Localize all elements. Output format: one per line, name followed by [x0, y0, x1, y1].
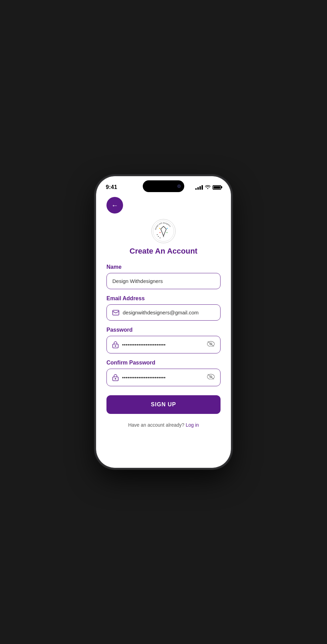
password-visibility-toggle[interactable]	[207, 341, 215, 348]
svg-rect-7	[113, 310, 119, 315]
confirm-password-input-wrapper[interactable]	[106, 369, 221, 386]
phone-frame: 9:41	[96, 176, 231, 468]
name-input-wrapper[interactable]	[106, 273, 221, 289]
svg-point-3	[160, 232, 161, 233]
email-input[interactable]	[123, 310, 215, 315]
confirm-password-input[interactable]	[122, 375, 204, 380]
svg-point-2	[167, 228, 168, 229]
svg-point-4	[167, 232, 168, 233]
name-input[interactable]	[112, 278, 215, 284]
back-button[interactable]: ←	[106, 197, 123, 214]
password-label: Password	[106, 327, 221, 333]
status-icons	[195, 184, 221, 190]
svg-rect-13	[115, 378, 116, 379]
lock-icon	[112, 341, 119, 348]
login-link[interactable]: Log in	[186, 422, 199, 428]
name-label: Name	[106, 264, 221, 270]
confirm-lock-icon	[112, 374, 119, 381]
screen-content: ←	[96, 193, 231, 468]
logo-area: design with designers ✦ ✦ ✦ Create An Ac…	[106, 219, 221, 256]
password-input[interactable]	[122, 342, 204, 348]
svg-point-1	[159, 228, 160, 229]
svg-point-0	[153, 221, 174, 242]
status-bar: 9:41	[96, 176, 231, 193]
email-icon	[112, 310, 119, 315]
email-input-wrapper[interactable]	[106, 304, 221, 321]
confirm-password-visibility-toggle[interactable]	[207, 374, 215, 381]
battery-icon	[213, 185, 221, 190]
name-section: Name	[106, 264, 221, 289]
have-account-text: Have an account already?	[128, 422, 185, 428]
status-time: 9:41	[106, 184, 117, 190]
wifi-icon	[205, 184, 211, 190]
app-logo: design with designers ✦ ✦ ✦	[151, 219, 176, 243]
confirm-password-label: Confirm Password	[106, 360, 221, 366]
signup-button[interactable]: SIGN UP	[106, 395, 221, 414]
svg-rect-9	[115, 345, 116, 347]
confirm-password-section: Confirm Password	[106, 360, 221, 386]
email-section: Email Address	[106, 295, 221, 321]
signal-icon	[195, 185, 203, 190]
password-input-wrapper[interactable]	[106, 336, 221, 353]
camera-indicator	[177, 184, 181, 188]
phone-screen: 9:41	[96, 176, 231, 468]
page-title: Create An Account	[130, 247, 197, 256]
email-label: Email Address	[106, 295, 221, 302]
login-footer: Have an account already? Log in	[106, 422, 221, 428]
dynamic-island	[143, 180, 184, 192]
back-arrow-icon: ←	[111, 202, 118, 209]
password-section: Password	[106, 327, 221, 353]
